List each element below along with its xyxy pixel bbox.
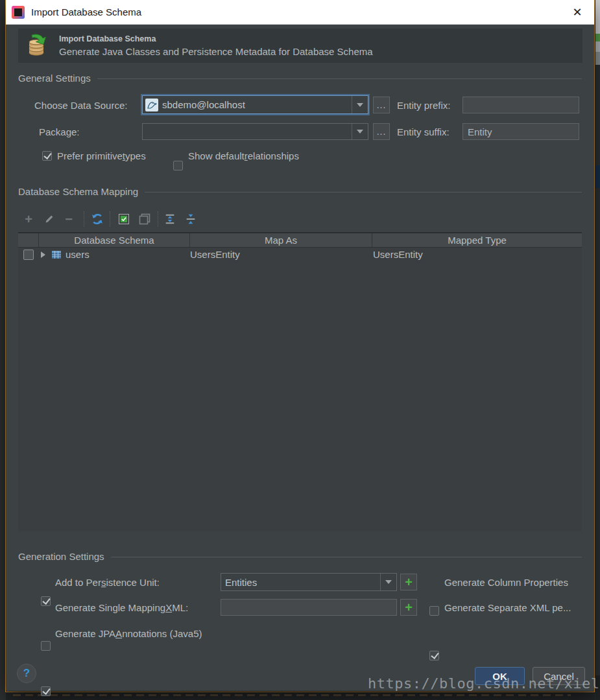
section-divider — [111, 557, 582, 557]
chevron-down-icon — [385, 580, 392, 584]
row-checkbox[interactable] — [23, 250, 34, 260]
entity-suffix-label: Entity suffix: — [397, 123, 450, 140]
generate-jpa-annotations-checkbox[interactable] — [41, 686, 51, 696]
section-title: Generation Settings — [18, 551, 104, 562]
schema-mapping-table: Database Schema Map As Mapped Type — [18, 232, 582, 531]
background-strip-right — [595, 41, 600, 52]
window-title: Import Database Schema — [31, 6, 141, 18]
section-schema-mapping: Database Schema Mapping — [18, 186, 582, 197]
close-icon[interactable]: ✕ — [568, 3, 586, 21]
csdn-watermark: https://blog.csdn.net/xielinrui123 — [368, 675, 600, 692]
data-source-value: sbdemo@localhost — [162, 99, 245, 110]
persistence-unit-combobox[interactable]: Entities — [221, 573, 397, 591]
mysql-datasource-icon — [145, 99, 158, 111]
background-strip-right — [595, 188, 600, 675]
column-header-mapped-type: Mapped Type — [372, 233, 582, 247]
dropdown-arrow-zone[interactable] — [352, 124, 368, 139]
import-database-schema-dialog: Import Database Schema ✕ — [6, 0, 594, 691]
toolbar-separator — [158, 211, 158, 227]
show-default-relationships-label: Show default relationships — [188, 150, 299, 161]
table-header-row: Database Schema Map As Mapped Type — [18, 233, 582, 248]
remove-icon[interactable]: − — [62, 213, 75, 226]
entity-prefix-label: Entity prefix: — [397, 96, 451, 114]
refresh-icon[interactable] — [91, 213, 104, 226]
banner-title: Import Database Schema — [59, 34, 373, 43]
collapse-all-icon[interactable] — [184, 213, 197, 226]
choose-data-source-label: Choose Data Source: — [34, 96, 127, 114]
unselect-all-icon[interactable] — [138, 213, 151, 226]
dialog-titlebar: Import Database Schema ✕ — [6, 0, 594, 25]
new-persistence-unit-button[interactable]: + — [400, 574, 417, 590]
prefer-primitive-types-label: Prefer primitive types — [57, 150, 146, 161]
single-mapping-xml-field[interactable] — [221, 599, 397, 616]
background-strip-right — [595, 65, 600, 165]
data-source-combobox[interactable]: sbdemo@localhost — [142, 95, 368, 114]
data-source-browse-button[interactable]: ... — [373, 97, 390, 113]
table-empty-area — [18, 261, 582, 531]
table-grid-icon — [51, 250, 62, 260]
section-generation-settings: Generation Settings — [18, 551, 582, 562]
section-divider — [145, 192, 582, 192]
background-strip-right — [595, 52, 600, 65]
column-header-map-as: Map As — [190, 233, 372, 247]
show-default-relationships-checkbox[interactable] — [173, 161, 183, 170]
table-row[interactable]: users UsersEntity UsersEntity — [18, 248, 582, 261]
generate-column-properties-label: Generate Column Properties — [444, 573, 568, 591]
add-to-persistence-unit-checkbox[interactable] — [41, 596, 51, 606]
mapped-type-value: UsersEntity — [373, 249, 423, 260]
edit-pencil-icon[interactable] — [43, 213, 56, 226]
select-all-icon[interactable] — [117, 213, 130, 226]
dropdown-arrow-zone[interactable] — [352, 96, 368, 113]
section-general-settings: General Settings — [18, 73, 582, 84]
generate-single-mapping-xml-checkbox[interactable] — [41, 641, 51, 651]
chevron-down-icon — [357, 103, 363, 107]
package-browse-button[interactable]: ... — [373, 123, 390, 140]
expand-row-icon[interactable] — [41, 251, 45, 258]
background-strip-right — [595, 0, 600, 34]
prefer-primitive-types-checkbox[interactable] — [42, 151, 52, 161]
screenshot-stage: Import Database Schema ✕ — [0, 0, 600, 700]
new-mapping-xml-button[interactable]: + — [400, 599, 417, 616]
map-as-value: UsersEntity — [190, 249, 240, 260]
intellij-app-icon — [12, 6, 25, 19]
section-title: General Settings — [18, 73, 91, 84]
section-title: Database Schema Mapping — [18, 186, 138, 197]
background-blurred-text — [13, 694, 571, 696]
column-header-checkbox — [18, 233, 39, 247]
help-button[interactable]: ? — [17, 664, 36, 683]
entity-prefix-field[interactable] — [462, 97, 579, 113]
chevron-down-icon — [357, 130, 363, 134]
generate-column-properties-checkbox[interactable] — [429, 606, 439, 616]
background-strip-right — [595, 34, 600, 41]
package-combobox[interactable] — [142, 123, 368, 140]
add-to-persistence-unit-label: Add to Persistence Unit: — [55, 573, 160, 591]
generate-separate-xml-label: Generate Separate XML pe... — [444, 598, 571, 616]
column-header-database-schema: Database Schema — [39, 233, 190, 247]
entity-suffix-field[interactable] — [462, 123, 579, 140]
dialog-banner: Import Database Schema Generate Java Cla… — [18, 29, 582, 63]
schema-name: users — [66, 249, 90, 260]
toolbar-separator — [84, 211, 84, 227]
database-import-icon — [27, 33, 51, 59]
expand-all-icon[interactable] — [163, 213, 176, 226]
toolbar-separator — [110, 211, 110, 227]
add-icon[interactable]: + — [22, 213, 35, 226]
package-label: Package: — [39, 123, 80, 140]
generate-single-mapping-xml-label: Generate Single Mapping XML: — [55, 598, 188, 616]
section-divider — [97, 78, 582, 79]
generate-jpa-annotations-label: Generate JPA Annotations (Java5) — [55, 624, 202, 642]
background-strip-right — [595, 165, 600, 188]
persistence-unit-value: Entities — [225, 577, 257, 588]
banner-subtitle: Generate Java Classes and Persistence Me… — [59, 46, 373, 57]
dropdown-arrow-zone[interactable] — [380, 574, 396, 590]
generate-separate-xml-checkbox[interactable] — [429, 651, 439, 660]
